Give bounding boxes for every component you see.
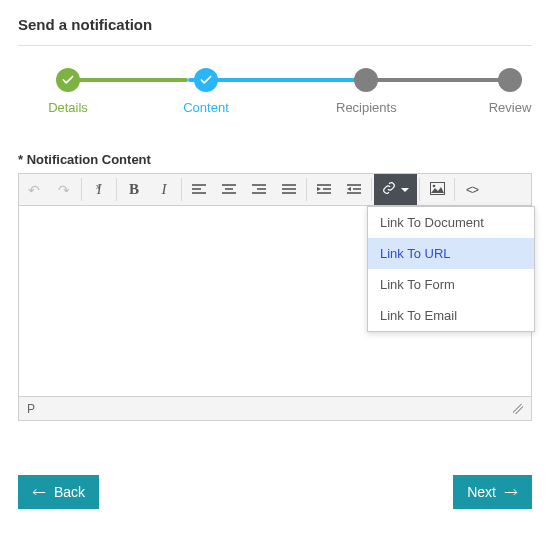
menu-item-link-email[interactable]: Link To Email — [368, 300, 534, 331]
align-right-icon — [252, 184, 266, 196]
redo-button[interactable]: ↷ — [49, 174, 79, 205]
button-row: 🡐 Back Next 🡒 — [18, 475, 532, 509]
remove-format-button[interactable]: Ix — [84, 174, 114, 205]
separator — [81, 178, 82, 201]
align-center-icon — [222, 184, 236, 196]
svg-marker-14 — [317, 187, 321, 191]
step-content[interactable]: Content — [176, 68, 236, 115]
rich-text-editor: ↶ ↷ Ix B I — [18, 173, 532, 421]
step-label: Review — [480, 100, 540, 115]
link-icon — [382, 181, 396, 198]
back-button[interactable]: 🡐 Back — [18, 475, 99, 509]
outdent-icon — [317, 184, 331, 196]
arrow-right-icon: 🡒 — [504, 484, 518, 500]
align-justify-button[interactable] — [274, 174, 304, 205]
source-button[interactable]: <> — [457, 174, 487, 205]
menu-item-link-url[interactable]: Link To URL — [368, 238, 534, 269]
back-button-label: Back — [54, 484, 85, 500]
next-button[interactable]: Next 🡒 — [453, 475, 532, 509]
align-center-button[interactable] — [214, 174, 244, 205]
image-icon — [430, 182, 445, 198]
chevron-down-icon — [401, 188, 409, 192]
bold-button[interactable]: B — [119, 174, 149, 205]
resize-handle[interactable] — [513, 404, 523, 414]
link-dropdown-button[interactable]: Link To Document Link To URL Link To For… — [374, 174, 417, 205]
step-label: Recipients — [336, 100, 396, 115]
svg-marker-18 — [347, 187, 351, 191]
separator — [419, 178, 420, 201]
divider — [18, 45, 532, 46]
align-right-button[interactable] — [244, 174, 274, 205]
stepper: Details Content Recipients Review — [18, 68, 532, 128]
step-label: Details — [38, 100, 98, 115]
step-details[interactable]: Details — [38, 68, 98, 115]
editor-footer: P — [19, 396, 531, 420]
indent-button[interactable] — [339, 174, 369, 205]
separator — [116, 178, 117, 201]
menu-item-link-document[interactable]: Link To Document — [368, 207, 534, 238]
outdent-button[interactable] — [309, 174, 339, 205]
arrow-left-icon: 🡐 — [32, 484, 46, 500]
step-recipients[interactable]: Recipients — [336, 68, 396, 115]
separator — [181, 178, 182, 201]
separator — [454, 178, 455, 201]
check-icon — [56, 68, 80, 92]
link-dropdown-menu: Link To Document Link To URL Link To For… — [367, 206, 535, 332]
svg-point-21 — [432, 184, 435, 187]
step-dot — [354, 68, 378, 92]
menu-item-link-form[interactable]: Link To Form — [368, 269, 534, 300]
step-dot — [498, 68, 522, 92]
next-button-label: Next — [467, 484, 496, 500]
image-button[interactable] — [422, 174, 452, 205]
step-label: Content — [176, 100, 236, 115]
field-label: * Notification Content — [18, 152, 532, 167]
separator — [371, 178, 372, 201]
undo-button[interactable]: ↶ — [19, 174, 49, 205]
align-left-button[interactable] — [184, 174, 214, 205]
step-review[interactable]: Review — [480, 68, 540, 115]
align-left-icon — [192, 184, 206, 196]
check-icon — [194, 68, 218, 92]
indent-icon — [347, 184, 361, 196]
remove-format-icon: Ix — [97, 182, 102, 198]
element-path[interactable]: P — [27, 402, 35, 416]
editor-toolbar: ↶ ↷ Ix B I — [19, 174, 531, 206]
align-justify-icon — [282, 184, 296, 196]
page-title: Send a notification — [18, 16, 532, 33]
separator — [306, 178, 307, 201]
italic-button[interactable]: I — [149, 174, 179, 205]
